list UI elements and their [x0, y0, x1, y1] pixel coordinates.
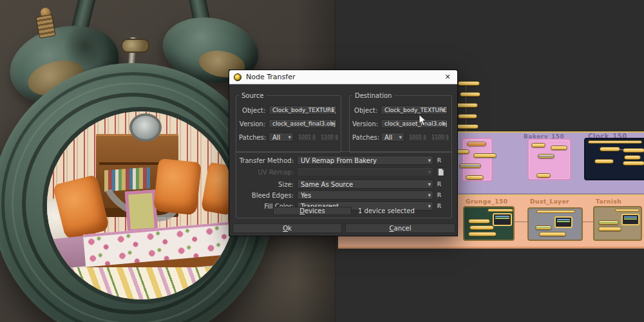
reset-icon[interactable]: R — [436, 181, 442, 187]
graph-node[interactable] — [467, 142, 486, 146]
graph-node-image[interactable] — [621, 214, 639, 225]
node-transfer-dialog: Node Transfer ✕ Source Object: Clock_bod… — [229, 70, 458, 236]
node-stripe — [495, 218, 509, 219]
node-group-tan[interactable] — [593, 206, 642, 241]
dest-patch-start-spinner[interactable]: 1001 ▲▼ — [408, 133, 428, 142]
node-stripe — [495, 216, 509, 217]
graph-node[interactable] — [460, 92, 480, 97]
graph-node[interactable] — [539, 232, 566, 236]
file-browse-button[interactable] — [436, 167, 445, 176]
dialog-title: Node Transfer — [246, 73, 442, 81]
source-version-value: clock_asset_final3.obj — [272, 120, 336, 127]
source-patch-end-spinner[interactable]: 1100 ▲▼ — [320, 133, 339, 142]
dest-patches-dropdown[interactable]: All ▾ — [381, 133, 404, 142]
winding-key — [35, 14, 56, 39]
graph-node[interactable] — [536, 173, 551, 178]
chevron-down-icon: ▾ — [428, 181, 431, 187]
node-group-navy[interactable] — [584, 138, 644, 180]
node-group-gray[interactable] — [527, 207, 583, 241]
dest-object-dropdown[interactable]: Clock_body_TEXTURE_ME ▾ — [381, 106, 448, 115]
chevron-down-icon: ▾ — [442, 107, 445, 113]
graph-node[interactable] — [598, 220, 619, 225]
spinner-arrows-icon[interactable]: ▲▼ — [311, 134, 316, 140]
graph-node[interactable] — [457, 124, 478, 129]
node-group-pink[interactable] — [527, 138, 571, 180]
bleed-edges-dropdown[interactable]: Yes ▾ — [297, 191, 433, 200]
cancel-button[interactable]: Cancel — [345, 223, 455, 233]
size-dropdown[interactable]: Same As Source ▾ — [297, 180, 433, 189]
graph-node-image[interactable] — [493, 213, 512, 226]
reset-icon[interactable]: R — [436, 157, 442, 164]
graph-node[interactable] — [456, 103, 478, 108]
ok-button[interactable]: Ok — [232, 223, 342, 233]
devices-status: 1 device selected — [358, 207, 415, 214]
graph-node[interactable] — [468, 232, 497, 236]
graph-node[interactable] — [473, 153, 497, 158]
node-group-green[interactable] — [463, 206, 515, 241]
graph-node[interactable] — [466, 175, 484, 180]
source-patches-dropdown[interactable]: All ▾ — [269, 133, 294, 142]
destination-group-legend: Destination — [352, 92, 394, 99]
graph-node-image[interactable] — [554, 216, 573, 228]
source-object-label: Object: — [239, 107, 269, 114]
graph-node[interactable] — [624, 155, 641, 160]
backdrop-label: Dust_Layer — [530, 198, 569, 205]
size-value: Same As Source — [301, 181, 353, 188]
source-patch-start-spinner[interactable]: 1001 ▲▼ — [298, 133, 317, 142]
clock-hammer-nut — [121, 39, 149, 53]
dest-version-label: Version: — [352, 120, 381, 128]
graph-node[interactable] — [623, 148, 644, 153]
dest-patches-label: Patches: — [352, 134, 381, 141]
spinner-arrows-icon[interactable]: ▲▼ — [334, 134, 339, 140]
graph-node[interactable] — [598, 227, 621, 231]
spinner-arrows-icon[interactable]: ▲▼ — [422, 134, 427, 140]
reset-icon[interactable]: R — [436, 192, 442, 198]
patch-start-value: 1001 — [298, 135, 311, 140]
transfer-method-dropdown[interactable]: UV Remap From Bakery ▾ — [297, 156, 433, 165]
graph-node[interactable] — [623, 161, 644, 166]
node-stripe — [624, 218, 637, 220]
devices-button[interactable]: Devices — [273, 207, 352, 215]
graph-node[interactable] — [488, 209, 513, 212]
graph-node[interactable] — [458, 81, 480, 86]
graph-node[interactable] — [469, 225, 494, 230]
graph-node[interactable] — [600, 147, 620, 151]
cancel-button-label: Cancel — [346, 224, 455, 233]
source-version-dropdown[interactable]: clock_asset_final3.obj ▾ — [269, 119, 337, 128]
spinner-arrows-icon[interactable]: ▲▼ — [444, 134, 450, 140]
graph-node[interactable] — [588, 140, 642, 144]
dest-version-dropdown[interactable]: clock_asset_final3.obj ▾ — [381, 119, 448, 128]
chevron-down-icon: ▾ — [288, 134, 291, 140]
graph-node[interactable] — [458, 114, 477, 118]
node-group-pink[interactable] — [462, 138, 493, 182]
dest-version-value: clock_asset_final3.obj — [384, 120, 448, 127]
dest-object-label: Object: — [352, 107, 381, 114]
graph-node[interactable] — [551, 146, 567, 150]
source-object-dropdown[interactable]: Clock_body_TEXTURE_ME ▾ — [269, 106, 337, 115]
chevron-down-icon: ▾ — [399, 134, 402, 140]
dialog-titlebar[interactable]: Node Transfer ✕ — [229, 70, 457, 84]
graph-node[interactable] — [594, 159, 614, 164]
close-icon[interactable]: ✕ — [442, 73, 453, 81]
graph-node[interactable] — [459, 164, 481, 168]
size-label: Size: — [239, 181, 297, 188]
destination-group: Destination Object: Clock_body_TEXTURE_M… — [349, 92, 452, 153]
graph-node[interactable] — [538, 154, 554, 158]
ok-button-label: Ok — [233, 224, 341, 233]
transfer-method-label: Transfer Method: — [239, 157, 297, 164]
graph-node[interactable] — [536, 210, 575, 213]
source-group-legend: Source — [239, 92, 266, 99]
graph-node[interactable] — [615, 209, 639, 212]
scene-picture-frame — [124, 189, 157, 232]
patch-end-value: 1100 — [431, 135, 444, 140]
graph-node[interactable] — [468, 219, 490, 223]
dest-patch-end-spinner[interactable]: 1100 ▲▼ — [431, 133, 450, 142]
scene-mirror — [129, 113, 162, 142]
scene-orange-pillow — [153, 158, 202, 215]
graph-node[interactable] — [531, 143, 545, 147]
backdrop-label: Grunge_150 — [466, 198, 507, 205]
reset-icon[interactable]: R — [436, 203, 442, 209]
document-icon — [438, 169, 444, 176]
bleed-edges-label: Bleed Edges: — [239, 192, 297, 199]
graph-node[interactable] — [535, 225, 552, 230]
